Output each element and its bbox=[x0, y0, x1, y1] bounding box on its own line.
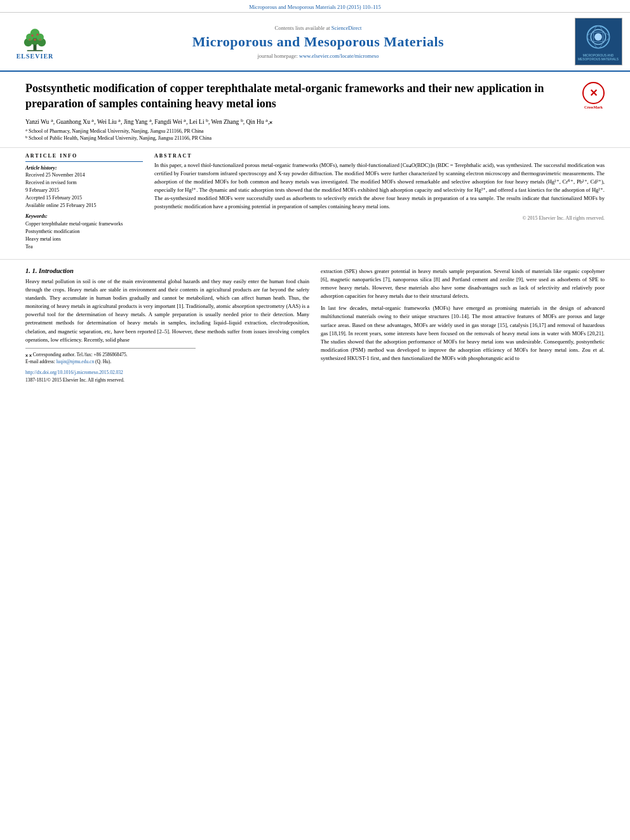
header-center: Contents lists available at ScienceDirec… bbox=[70, 18, 566, 65]
history-label: Article history: bbox=[25, 165, 143, 171]
elsevier-brand-label: ELSEVIER bbox=[17, 53, 54, 60]
article-section: Postsynthetic modification of copper ter… bbox=[0, 72, 630, 148]
doi-link[interactable]: http://dx.doi.org/10.1016/j.micromeso.20… bbox=[25, 370, 123, 375]
authors-line: Yanzi Wu ᵃ, Guanhong Xu ᵃ, Wei Liu ᵃ, Ji… bbox=[25, 118, 605, 125]
svg-point-9 bbox=[36, 33, 38, 35]
abstract-column: ABSTRACT In this paper, a novel thiol-fu… bbox=[154, 153, 605, 254]
svg-point-10 bbox=[34, 38, 36, 40]
keyword-4: Tea bbox=[25, 243, 143, 251]
journal-cover-image: MICROPOROUS AND MESOPOROUS MATERIALS bbox=[575, 18, 622, 65]
section-title: 1. Introduction bbox=[32, 267, 74, 274]
svg-text:MESOPOROUS MATERIALS: MESOPOROUS MATERIALS bbox=[578, 58, 619, 61]
keyword-1: Copper terephthalate metal-organic frame… bbox=[25, 220, 143, 228]
article-info-label: ARTICLE INFO bbox=[25, 153, 143, 159]
footnote-doi-container: http://dx.doi.org/10.1016/j.micromeso.20… bbox=[25, 368, 309, 376]
keywords-label: Keywords: bbox=[25, 213, 143, 219]
crossmark-badge: ✕ CrossMark bbox=[582, 82, 605, 104]
journal-thumbnail-container: MICROPOROUS AND MESOPOROUS MATERIALS bbox=[573, 18, 624, 65]
revised-date: Received in revised form9 February 2015 bbox=[25, 179, 143, 194]
footnote-divider bbox=[25, 348, 196, 349]
journal-thumbnail: MICROPOROUS AND MESOPOROUS MATERIALS bbox=[575, 18, 622, 65]
sciencedirect-link[interactable]: ScienceDirect bbox=[332, 25, 362, 31]
main-left-column: 1. 1. Introduction Heavy metal pollution… bbox=[25, 267, 309, 383]
info-divider bbox=[25, 161, 143, 162]
footnote-issn: 1387-1811/© 2015 Elsevier Inc. All right… bbox=[25, 377, 309, 383]
abstract-text: In this paper, a novel thiol-functionali… bbox=[154, 161, 605, 211]
contents-available-text: Contents lists available at ScienceDirec… bbox=[275, 25, 362, 31]
intro-paragraph-2: extraction (SPE) shows greater potential… bbox=[321, 267, 605, 301]
svg-point-11 bbox=[29, 39, 30, 40]
svg-point-12 bbox=[39, 39, 41, 40]
keywords-group: Keywords: Copper terephthalate metal-org… bbox=[25, 213, 143, 251]
article-info-column: ARTICLE INFO Article history: Received 2… bbox=[25, 153, 143, 254]
article-history: Article history: Received 25 November 20… bbox=[25, 165, 143, 210]
info-abstract-section: ARTICLE INFO Article history: Received 2… bbox=[0, 148, 630, 260]
introduction-heading: 1. 1. Introduction bbox=[25, 267, 309, 274]
keyword-2: Postsynthetic modification bbox=[25, 228, 143, 236]
crossmark-icon: ✕ bbox=[582, 82, 605, 104]
intro-paragraph-1: Heavy metal pollution in soil is one of … bbox=[25, 277, 309, 344]
journal-homepage: journal homepage: www.elsevier.com/locat… bbox=[257, 53, 379, 59]
svg-point-8 bbox=[31, 34, 33, 36]
footnote-email: E-mail address: luqin@njmu.edu.cn (Q. Hu… bbox=[25, 358, 309, 365]
svg-point-16 bbox=[594, 33, 602, 41]
footnote-corresponding: ⁎ ⁎ Corresponding author. Tel./fax: +86 … bbox=[25, 351, 309, 358]
journal-top-bar: Microporous and Mesoporous Materials 210… bbox=[0, 0, 630, 13]
copyright-text: © 2015 Elsevier Inc. All rights reserved… bbox=[154, 215, 605, 221]
journal-homepage-link[interactable]: www.elsevier.com/locate/micromeso bbox=[299, 53, 379, 59]
accepted-date: Accepted 15 February 2015 bbox=[25, 194, 143, 202]
elsevier-logo-container: ELSEVIER bbox=[6, 18, 64, 65]
article-title-container: Postsynthetic modification of copper ter… bbox=[25, 81, 605, 112]
header-section: ELSEVIER Contents lists available at Sci… bbox=[0, 13, 630, 72]
svg-text:MICROPOROUS AND: MICROPOROUS AND bbox=[582, 54, 613, 57]
received-date: Received 25 November 2014 bbox=[25, 171, 143, 179]
footnote-email-link[interactable]: luqin@njmu.edu.cn bbox=[57, 359, 94, 364]
crossmark-label: CrossMark bbox=[582, 105, 605, 110]
journal-citation: Microporous and Mesoporous Materials 210… bbox=[249, 4, 381, 10]
affiliation-b: ᵇ School of Public Health, Nanjing Medic… bbox=[25, 135, 605, 141]
article-title-text: Postsynthetic modification of copper ter… bbox=[25, 81, 576, 112]
keyword-3: Heavy metal ions bbox=[25, 236, 143, 243]
online-date: Available online 25 February 2015 bbox=[25, 202, 143, 210]
intro-paragraph-3: In last few decades, metal-organic frame… bbox=[321, 304, 605, 363]
journal-title: Microporous and Mesoporous Materials bbox=[192, 34, 444, 50]
page: Microporous and Mesoporous Materials 210… bbox=[0, 0, 630, 840]
elsevier-tree-icon bbox=[16, 24, 54, 53]
section-number: 1. bbox=[25, 267, 32, 274]
main-right-column: extraction (SPE) shows greater potential… bbox=[321, 267, 605, 383]
affiliation-a: ᵃ School of Pharmacy, Nanjing Medical Un… bbox=[25, 128, 605, 134]
svg-rect-1 bbox=[27, 50, 43, 51]
main-content: 1. 1. Introduction Heavy metal pollution… bbox=[0, 260, 630, 391]
abstract-label: ABSTRACT bbox=[154, 153, 605, 159]
